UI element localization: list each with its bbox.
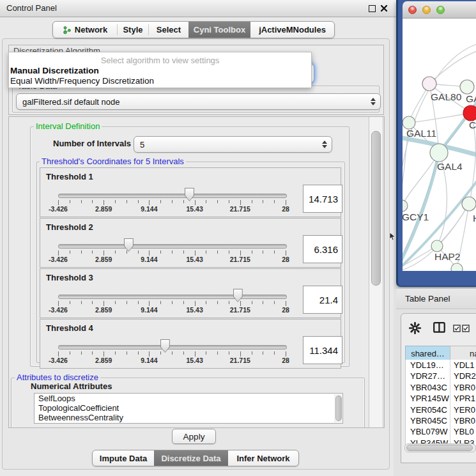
tab-infer-network[interactable]: Infer Network — [228, 450, 298, 466]
table-cell[interactable]: YBR045C — [406, 415, 450, 426]
attributes-group-label: Attributes to discretize — [15, 373, 100, 382]
slider-tick — [286, 351, 286, 357]
tab-cyni-toolbox[interactable]: Cyni Toolbox — [188, 22, 250, 38]
table-cell[interactable]: YPR145W — [406, 393, 450, 404]
table-cell[interactable]: YER0 — [450, 404, 476, 415]
table-cell[interactable]: YDL1 — [450, 360, 476, 371]
network-canvas[interactable]: GAL80GACGAL11GAL4GCY1HHAP2 — [403, 19, 476, 271]
table-cell[interactable]: YPR1 — [450, 393, 476, 404]
table-row[interactable]: YBR043CYBR0 — [406, 382, 476, 393]
algorithm-option-manual[interactable]: Manual Discretization — [10, 66, 99, 75]
close-icon[interactable] — [380, 4, 388, 12]
attribute-item[interactable]: TopologicalCoefficient — [35, 403, 342, 413]
network-window-titlebar[interactable] — [403, 1, 476, 19]
table-row[interactable]: YDR27…YDR2 — [406, 371, 476, 381]
threshold-slider-thumb[interactable] — [233, 289, 243, 302]
network-node[interactable] — [451, 263, 463, 271]
settings-scrollbar-thumb[interactable] — [371, 131, 381, 286]
table-cell[interactable]: YDL19… — [406, 360, 450, 371]
number-of-intervals-combobox[interactable]: 5 — [134, 136, 332, 153]
network-edge[interactable] — [429, 49, 476, 84]
threshold-slider-thumb[interactable] — [185, 188, 194, 201]
threshold-slider-track[interactable] — [58, 295, 287, 299]
table-cell[interactable]: YBL079W — [406, 426, 450, 437]
network-node[interactable] — [403, 200, 408, 211]
table-row[interactable]: YBR045CYBR0 — [406, 415, 476, 426]
attributes-list-scrollbar-thumb[interactable] — [335, 395, 342, 421]
slider-tick-label: -3.426 — [49, 306, 68, 314]
settings-scrollbar[interactable] — [369, 117, 383, 427]
slider-tick-label: 28 — [282, 256, 289, 263]
algorithm-option-equal-width[interactable]: Equal Width/Frequency Discretization — [10, 76, 154, 86]
table-cell[interactable]: YBR0 — [450, 382, 476, 393]
checkbox-icon[interactable] — [453, 325, 461, 332]
threshold-label: Threshold 3 — [46, 273, 93, 282]
network-node[interactable] — [430, 144, 448, 162]
table-cell[interactable]: YDR2 — [450, 371, 476, 381]
table-cell[interactable]: YER054C — [406, 404, 450, 415]
tab-select[interactable]: Select — [149, 22, 188, 38]
threshold-slider-thumb[interactable] — [124, 238, 134, 252]
apply-button[interactable]: Apply — [172, 429, 216, 444]
algorithm-dropdown-hint[interactable]: Select algorithm to view settings — [9, 56, 311, 65]
column-header-shared[interactable]: shared… — [405, 346, 450, 361]
threshold-slider-track[interactable] — [58, 244, 287, 249]
threshold-label: Threshold 4 — [46, 323, 93, 333]
table-body[interactable]: YDL19…YDL1YDR27…YDR2YBR043CYBR0YPR145WYP… — [405, 360, 476, 445]
table-cell[interactable]: YDR27… — [406, 371, 450, 381]
network-node-label: GAL4 — [437, 161, 463, 172]
network-node[interactable] — [422, 77, 436, 91]
threshold-value-field[interactable]: 6.316 — [303, 235, 342, 263]
slider-tick — [206, 351, 206, 355]
columns-icon[interactable] — [433, 322, 445, 333]
numerical-attributes-list[interactable]: SelfLoopsTopologicalCoefficientBetweenne… — [34, 393, 343, 424]
table-panel-window: shared… na YDL19…YDL1YDR27…YDR2YBR043CYB… — [401, 313, 476, 463]
tab-style[interactable]: Style — [118, 22, 148, 38]
network-node[interactable] — [431, 240, 443, 252]
attribute-item[interactable]: SelfLoops — [35, 394, 342, 403]
threshold-value-field[interactable]: 11.344 — [303, 336, 342, 364]
table-row[interactable]: YDL19…YDL1 — [406, 360, 476, 371]
table-horizontal-scrollbar[interactable] — [404, 443, 476, 452]
slider-tick — [115, 301, 116, 304]
network-node[interactable] — [460, 80, 474, 94]
network-node-label: GAL80 — [431, 91, 462, 102]
threshold-slider-track[interactable] — [58, 194, 287, 198]
tab-jactivemnodules[interactable]: jActiveMNodules — [250, 22, 334, 38]
table-row[interactable]: YPR145WYPR1 — [406, 393, 476, 404]
tab-network[interactable]: Network — [53, 22, 117, 38]
control-panel-tab-bar: Network Style Select Cyni Toolbox jActiv… — [52, 21, 335, 38]
float-window-icon[interactable] — [369, 5, 376, 12]
network-node[interactable] — [462, 197, 476, 211]
threshold-value-field[interactable]: 21.4 — [303, 286, 342, 314]
table-row[interactable]: YBL079WYBL0 — [406, 426, 476, 437]
table-row[interactable]: YER054CYER0 — [406, 404, 476, 415]
network-node[interactable] — [403, 116, 415, 129]
attributes-list-scrollbar[interactable] — [334, 394, 342, 422]
gear-icon[interactable] — [409, 322, 421, 334]
table-cell[interactable]: YBR043C — [406, 382, 450, 393]
table-cell[interactable]: YBL0 — [450, 426, 476, 437]
network-node[interactable] — [463, 105, 476, 121]
slider-tick — [172, 301, 173, 304]
table-horizontal-scrollbar-thumb[interactable] — [406, 445, 473, 451]
table-cell[interactable]: YBR0 — [450, 415, 476, 426]
threshold-slider-thumb[interactable] — [160, 339, 170, 353]
column-header-name[interactable]: na — [450, 346, 476, 361]
tab-discretize-data[interactable]: Discretize Data — [154, 450, 228, 466]
slider-tick — [160, 250, 161, 254]
threshold-slider-track[interactable] — [58, 345, 287, 349]
checkbox-icon[interactable] — [462, 325, 470, 332]
threshold-value-field[interactable]: 14.713 — [303, 185, 342, 213]
slider-tick — [195, 301, 196, 306]
tab-impute-data[interactable]: Impute Data — [93, 450, 154, 466]
attribute-item[interactable]: BetweennessCentrality — [35, 413, 342, 422]
zoom-traffic-light-icon[interactable] — [436, 6, 445, 14]
slider-tick — [138, 250, 139, 254]
table-data-combobox[interactable]: galFiltered.sif default node — [16, 93, 381, 110]
slider-tick — [274, 351, 275, 355]
column-header-shared-label: shared… — [411, 349, 445, 358]
close-traffic-light-icon[interactable] — [408, 6, 417, 14]
minimize-traffic-light-icon[interactable] — [422, 6, 431, 14]
slider-tick — [160, 351, 161, 355]
